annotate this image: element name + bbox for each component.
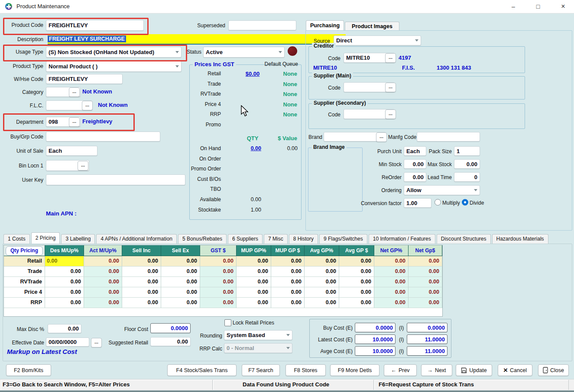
usage-type-select[interactable]: (S) Non Stocked (OnHand Not Updated) — [46, 47, 182, 58]
pricing-cell[interactable]: 0.00 — [122, 277, 161, 287]
whse-code-input[interactable]: FREIGHTLEVY — [46, 74, 123, 84]
tab-apns[interactable]: 4 APNs / Additional Information — [96, 234, 176, 244]
tab-misc[interactable]: 7 Misc — [264, 234, 288, 244]
pricing-cell[interactable]: 0.00 — [409, 256, 442, 267]
f2-bom-kits-button[interactable]: F2 Bom/Kits — [6, 364, 51, 376]
tab-history[interactable]: 8 History — [289, 234, 318, 244]
retail-price-link[interactable]: $0.00 — [240, 71, 266, 77]
pricing-cell[interactable]: 0.00 — [237, 277, 271, 287]
pricing-cell[interactable]: 0.00 — [409, 287, 442, 298]
tab-suppliers[interactable]: 6 Suppliers — [228, 234, 263, 244]
pricing-cell[interactable]: 0.00 — [374, 277, 409, 287]
pricing-cell[interactable]: 0.00 — [339, 267, 374, 277]
pricing-cell[interactable]: 0.00 — [305, 287, 339, 298]
pricing-cell[interactable]: 0.00 — [200, 277, 237, 287]
maximize-button[interactable]: □ — [529, 0, 548, 13]
update-button[interactable]: Update — [456, 364, 492, 376]
f4-stock-sales-trans-button[interactable]: F4 Stock/Sales Trans — [167, 364, 237, 376]
pricing-cell[interactable]: 0.00 — [305, 267, 339, 277]
pricing-cell[interactable]: 0.00 — [237, 267, 271, 277]
supplier-main-lookup-button[interactable]: ... — [385, 83, 396, 92]
cancel-button[interactable]: ×Cancel — [498, 364, 532, 376]
tab-discount-structures[interactable]: Discount Structures — [437, 234, 491, 244]
pricing-cell[interactable]: 0.00 — [409, 298, 442, 308]
pricing-cell[interactable]: 0.00 — [161, 287, 200, 298]
multiply-radio[interactable] — [435, 199, 441, 206]
pricing-cell[interactable]: 0.00 — [122, 267, 161, 277]
pricing-cell[interactable]: 0.00 — [271, 256, 305, 267]
user-key-input[interactable] — [46, 174, 185, 185]
close-button[interactable]: Close — [538, 364, 569, 376]
bin-locn-lookup-button[interactable]: ... — [78, 161, 88, 170]
pricing-cell[interactable]: 0.00 — [237, 298, 271, 308]
tab-bonus-rebates[interactable]: 5 Bonus/Rebates — [178, 234, 227, 244]
latest-cost-ex-input[interactable]: 10.0000 — [355, 334, 396, 344]
pricing-cell[interactable]: 0.00 — [409, 277, 442, 287]
close-window-button[interactable]: × — [554, 0, 573, 13]
tab-costs[interactable]: 1 Costs — [3, 234, 30, 244]
rrp-calc-select[interactable]: 0 - Normal — [224, 343, 292, 353]
pricing-cell[interactable]: 0.00 — [271, 277, 305, 287]
purch-unit-input[interactable]: Each — [404, 146, 426, 156]
pricing-cell[interactable]: 0.00 — [200, 267, 237, 277]
pricing-cell[interactable]: 0.00 — [84, 256, 122, 267]
f9-more-detls-button[interactable]: F9 More Detls — [330, 364, 379, 376]
pricing-cell[interactable]: 0.00 — [271, 267, 305, 277]
max-disc-input[interactable]: 0.00 — [48, 324, 81, 333]
pricing-cell[interactable]: 0.00 — [84, 287, 122, 298]
flc-lookup-button[interactable]: ... — [82, 101, 93, 110]
brand-lookup-button[interactable]: ... — [376, 132, 387, 142]
effective-date-lookup-button[interactable]: ... — [91, 338, 102, 347]
pricing-cell[interactable]: 0.00 — [200, 298, 237, 308]
pack-size-input[interactable]: 1 — [454, 146, 480, 156]
next-button[interactable]: →Next — [421, 364, 452, 376]
conversion-factor-input[interactable]: 1.00 — [404, 198, 431, 208]
ordering-select[interactable]: Allow — [404, 185, 480, 195]
f7-search-button[interactable]: F7 Search — [242, 364, 280, 376]
pricing-cell[interactable]: 0.00 — [305, 256, 339, 267]
creditor-lookup-button[interactable]: ... — [385, 53, 396, 63]
tab-product-images[interactable]: Product Images — [345, 22, 399, 31]
department-lookup-button[interactable]: ... — [69, 117, 80, 127]
max-stock-input[interactable]: 0.00 — [454, 159, 480, 169]
pricing-cell[interactable]: 0.00 — [237, 287, 271, 298]
buy-cost-inc-input[interactable]: 0.0000 — [407, 323, 448, 332]
qty-pricing-button[interactable]: Qty Pricing — [6, 246, 43, 256]
pricing-cell[interactable]: 0.00 — [339, 298, 374, 308]
pricing-cell[interactable]: 0.00 — [200, 256, 237, 267]
suggested-retail-input[interactable]: 0.00 — [150, 337, 191, 346]
product-type-select[interactable]: Normal Product ( ) — [46, 61, 182, 72]
tab-pricing[interactable]: 2 Pricing — [31, 232, 60, 244]
tab-labelling[interactable]: 3 Labelling — [61, 234, 95, 244]
pricing-cell[interactable]: 0.00 — [122, 287, 161, 298]
pricing-cell[interactable]: 0.00 — [305, 298, 339, 308]
superseded-input[interactable] — [228, 20, 296, 30]
pricing-cell[interactable]: 0.00 — [339, 287, 374, 298]
divide-radio[interactable] — [462, 199, 468, 206]
pricing-cell[interactable]: 0.00 — [339, 256, 374, 267]
tab-information-features[interactable]: 10 Information / Features — [369, 234, 435, 244]
pricing-cell[interactable]: 0.00 — [161, 298, 200, 308]
pricing-cell[interactable]: 0.00 — [200, 287, 237, 298]
pricing-cell[interactable]: 0.00 — [45, 256, 84, 267]
pricing-cell[interactable]: 0.00 — [45, 277, 84, 287]
f8-stores-button[interactable]: F8 Stores — [285, 364, 326, 376]
pricing-cell[interactable]: 0.00 — [161, 256, 200, 267]
floor-cost-input[interactable]: 0.0000 — [150, 323, 191, 333]
product-code-input[interactable]: FREIGHTLEVY — [46, 20, 144, 31]
pricing-cell[interactable]: 0.00 — [374, 267, 409, 277]
pricing-cell[interactable]: 0.00 — [237, 256, 271, 267]
manfg-code-input[interactable] — [417, 132, 480, 141]
status-select[interactable]: Active — [203, 47, 285, 58]
pricing-cell[interactable]: 0.00 — [271, 298, 305, 308]
pricing-cell[interactable]: 0.00 — [45, 287, 84, 298]
tab-purchasing[interactable]: Purchasing — [306, 20, 344, 31]
pricing-cell[interactable]: 0.00 — [84, 267, 122, 277]
pricing-cell[interactable]: 0.00 — [161, 277, 200, 287]
pricing-cell[interactable]: 0.00 — [305, 277, 339, 287]
pricing-cell[interactable]: 0.00 — [84, 277, 122, 287]
effective-date-input[interactable]: 00/00/0000 — [46, 337, 89, 347]
description-input[interactable]: FREIGHT LEVY SURCHARGE — [48, 34, 346, 45]
lead-time-input[interactable]: 0 — [454, 172, 480, 182]
pricing-cell[interactable]: 0.00 — [45, 267, 84, 277]
